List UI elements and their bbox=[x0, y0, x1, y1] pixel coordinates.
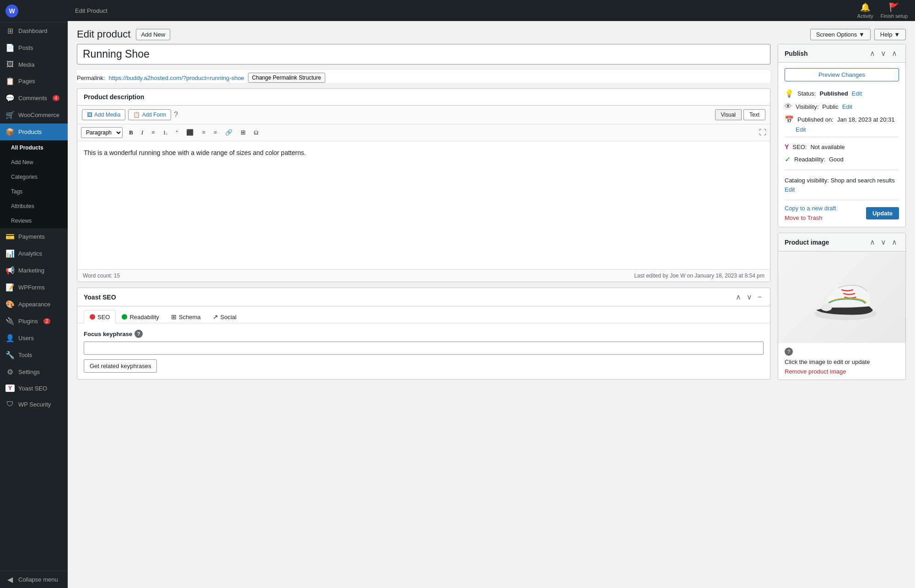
seo-panel-header: Yoast SEO ∧ ∨ − bbox=[77, 288, 770, 306]
visibility-edit-link[interactable]: Edit bbox=[842, 103, 852, 110]
sidebar-item-yoast[interactable]: Y Yoast SEO bbox=[0, 380, 68, 396]
numbered-list-button[interactable]: 1. bbox=[159, 127, 171, 138]
publish-divider-1 bbox=[785, 137, 899, 137]
help-button[interactable]: Help ▼ bbox=[874, 29, 906, 40]
sidebar-item-products[interactable]: 📦 Products bbox=[0, 123, 68, 140]
add-form-button[interactable]: 📋 Add Form bbox=[128, 109, 171, 120]
visual-tab-button[interactable]: Visual bbox=[715, 109, 742, 120]
align-right-button[interactable]: ≡ bbox=[210, 127, 221, 138]
publish-actions-left: Copy to a new draft Move to Trash bbox=[785, 205, 836, 221]
published-row: 📅 Published on: Jan 18, 2023 at 20:31 bbox=[785, 113, 899, 126]
focus-keyphrase-input[interactable] bbox=[84, 342, 764, 355]
finish-setup-button[interactable]: 🚩 Finish setup bbox=[881, 2, 908, 19]
sidebar-item-collapse[interactable]: ◀ Collapse menu bbox=[0, 571, 68, 588]
publish-header-controls: ∧ ∨ ∧ bbox=[868, 49, 899, 58]
wp-security-icon: 🛡 bbox=[5, 400, 15, 408]
readability-icon: ✓ bbox=[785, 155, 791, 164]
move-to-trash-link[interactable]: Move to Trash bbox=[785, 214, 822, 221]
sidebar-item-pages[interactable]: 📋 Pages bbox=[0, 73, 68, 90]
sidebar-item-all-products[interactable]: All Products bbox=[0, 140, 68, 155]
publish-actions: Copy to a new draft Move to Trash Update bbox=[785, 200, 899, 221]
product-image-container[interactable] bbox=[778, 251, 905, 343]
sidebar-item-media[interactable]: 🖼 Media bbox=[0, 56, 68, 73]
product-image-collapse-button[interactable]: ∧ bbox=[868, 238, 877, 246]
publish-expand-button[interactable]: ∨ bbox=[879, 49, 888, 58]
editor-view-tabs: Visual Text bbox=[715, 109, 765, 120]
blockquote-button[interactable]: " bbox=[172, 127, 182, 138]
editor-help-button[interactable]: ? bbox=[174, 109, 178, 120]
change-permalink-button[interactable]: Change Permalink Structure bbox=[248, 73, 325, 83]
payments-icon: 💳 bbox=[5, 232, 15, 241]
activity-button[interactable]: 🔔 Activity bbox=[857, 2, 873, 19]
comments-icon: 💬 bbox=[5, 94, 15, 102]
bullet-list-button[interactable]: ≡ bbox=[148, 127, 158, 138]
sidebar-item-dashboard[interactable]: ⊞ Dashboard bbox=[0, 22, 68, 39]
paragraph-select[interactable]: Paragraph bbox=[81, 127, 123, 138]
seo-row-value: Not available bbox=[810, 144, 845, 150]
published-edit-link[interactable]: Edit bbox=[796, 126, 806, 133]
special-chars-button[interactable]: Ω bbox=[250, 127, 262, 138]
sidebar-item-wpforms[interactable]: 📝 WPForms bbox=[0, 279, 68, 296]
sidebar-item-settings[interactable]: ⚙ Settings bbox=[0, 363, 68, 380]
publish-collapse-button[interactable]: ∧ bbox=[868, 49, 877, 58]
sidebar-item-reviews[interactable]: Reviews bbox=[0, 214, 68, 228]
editor-content[interactable]: This is a wonderful running shoe with a … bbox=[77, 141, 770, 269]
sidebar-item-tools[interactable]: 🔧 Tools bbox=[0, 347, 68, 363]
topbar: Edit Product 🔔 Activity 🚩 Finish setup bbox=[68, 0, 915, 21]
sidebar-item-posts[interactable]: 📄 Posts bbox=[0, 39, 68, 56]
catalog-value: Shop and search results bbox=[830, 177, 894, 184]
visibility-icon: 👁 bbox=[785, 102, 792, 111]
italic-button[interactable]: I bbox=[138, 127, 147, 138]
marketing-icon: 📢 bbox=[5, 266, 15, 275]
publish-minimize-button[interactable]: ∧ bbox=[890, 49, 899, 58]
sidebar-item-appearance[interactable]: 🎨 Appearance bbox=[0, 296, 68, 313]
sidebar-item-analytics[interactable]: 📊 Analytics bbox=[0, 245, 68, 262]
sidebar-item-attributes[interactable]: Attributes bbox=[0, 199, 68, 214]
sidebar-item-users[interactable]: 👤 Users bbox=[0, 330, 68, 347]
copy-draft-link[interactable]: Copy to a new draft bbox=[785, 205, 836, 212]
catalog-edit-link[interactable]: Edit bbox=[785, 186, 795, 193]
product-image-footer: ? Click the image to edit or update Remo… bbox=[778, 343, 905, 380]
sidebar-item-tags[interactable]: Tags bbox=[0, 184, 68, 199]
seo-panel-close-button[interactable]: − bbox=[756, 293, 764, 301]
sidebar-item-add-new[interactable]: Add New bbox=[0, 155, 68, 170]
text-tab-button[interactable]: Text bbox=[743, 109, 765, 120]
get-related-keyphrases-button[interactable]: Get related keyphrases bbox=[84, 359, 157, 373]
focus-keyphrase-label: Focus keyphrase ? bbox=[84, 330, 764, 338]
seo-panel-expand-button[interactable]: ∨ bbox=[745, 293, 754, 301]
seo-tab-seo[interactable]: SEO bbox=[84, 310, 116, 323]
seo-tab-social[interactable]: ↗ Social bbox=[207, 310, 242, 323]
align-left-button[interactable]: ⬛ bbox=[183, 127, 197, 138]
sidebar-item-payments[interactable]: 💳 Payments bbox=[0, 228, 68, 245]
sidebar-item-comments[interactable]: 💬 Comments 4 bbox=[0, 90, 68, 107]
expand-editor-button[interactable]: ⛶ bbox=[759, 128, 766, 137]
preview-changes-button[interactable]: Preview Changes bbox=[785, 68, 899, 81]
yoast-seo-panel: Yoast SEO ∧ ∨ − SEO bbox=[77, 288, 770, 380]
seo-panel-collapse-button[interactable]: ∧ bbox=[734, 293, 743, 301]
visibility-row: 👁 Visibility: Public Edit bbox=[785, 100, 899, 113]
product-image-minimize-button[interactable]: ∧ bbox=[890, 238, 899, 246]
remove-image-link[interactable]: Remove product image bbox=[785, 368, 899, 375]
sidebar-item-plugins[interactable]: 🔌 Plugins 2 bbox=[0, 313, 68, 330]
link-button[interactable]: 🔗 bbox=[221, 127, 236, 138]
bold-button[interactable]: B bbox=[125, 127, 137, 138]
focus-keyphrase-help-icon[interactable]: ? bbox=[135, 330, 143, 338]
seo-tab-schema[interactable]: ⊞ Schema bbox=[165, 310, 207, 323]
sidebar-item-woocommerce[interactable]: 🛒 WooCommerce bbox=[0, 107, 68, 123]
screen-options-button[interactable]: Screen Options ▼ bbox=[810, 29, 871, 40]
add-media-button[interactable]: 🖼 Add Media bbox=[82, 109, 125, 120]
align-center-button[interactable]: ≡ bbox=[198, 127, 209, 138]
sidebar-item-categories[interactable]: Categories bbox=[0, 170, 68, 184]
sidebar-item-marketing[interactable]: 📢 Marketing bbox=[0, 262, 68, 279]
product-image-expand-button[interactable]: ∨ bbox=[879, 238, 888, 246]
add-new-button[interactable]: Add New bbox=[136, 29, 170, 40]
seo-tab-dot-seo bbox=[90, 314, 95, 320]
product-title-input[interactable] bbox=[77, 44, 770, 64]
permalink-link[interactable]: https://buddy.a2hosted.com/?product=runn… bbox=[108, 75, 244, 81]
table-button[interactable]: ⊞ bbox=[237, 127, 249, 138]
update-button[interactable]: Update bbox=[866, 207, 899, 219]
product-image-help-icon[interactable]: ? bbox=[785, 347, 793, 356]
status-edit-link[interactable]: Edit bbox=[852, 90, 862, 97]
seo-tab-readability[interactable]: Readability bbox=[116, 310, 165, 323]
sidebar-item-wp-security[interactable]: 🛡 WP Security bbox=[0, 396, 68, 412]
